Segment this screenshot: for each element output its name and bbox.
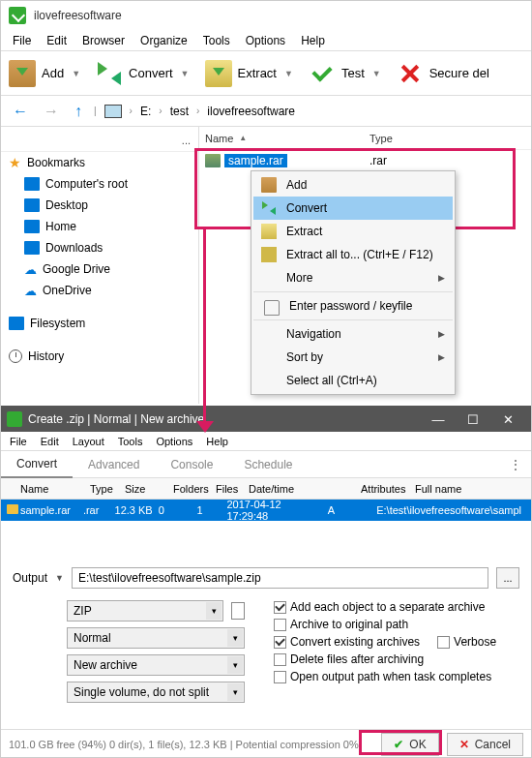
address-bar: ← → ↑ | › E: › test › ilovefreesoftware — [1, 96, 531, 127]
more-menu[interactable]: ⋮ — [500, 452, 531, 477]
chevron-down-icon[interactable]: ▼ — [284, 69, 293, 78]
sidebar-bookmarks[interactable]: ★Bookmarks — [1, 152, 198, 173]
close-button[interactable]: ✕ — [490, 412, 525, 427]
crumb-drive[interactable]: E: — [140, 105, 151, 118]
computer-icon[interactable] — [104, 105, 122, 118]
col-size[interactable]: Size — [125, 483, 173, 495]
chevron-down-icon: ▾ — [227, 656, 243, 674]
tab-convert[interactable]: Convert — [1, 451, 73, 478]
col-fullname[interactable]: Full name — [415, 483, 525, 495]
tab-console[interactable]: Console — [155, 452, 228, 477]
secure-delete-button[interactable]: Secure del — [389, 54, 497, 93]
sidebar-history[interactable]: History — [1, 346, 198, 367]
grid-row[interactable]: sample.rar .rar 12.3 KB 0 1 2017-04-12 1… — [1, 500, 531, 521]
menu-layout[interactable]: Layout — [66, 434, 111, 449]
ctx-sort-by[interactable]: Sort by▶ — [253, 346, 453, 369]
menu-edit[interactable]: Edit — [34, 434, 66, 449]
file-row[interactable]: sample.rar .rar — [199, 150, 531, 171]
chevron-down-icon[interactable]: ▼ — [55, 573, 64, 583]
menu-browser[interactable]: Browser — [74, 31, 133, 50]
page-icon[interactable] — [231, 602, 245, 620]
col-datetime[interactable]: Date/time — [249, 483, 361, 495]
add-button[interactable]: Add▼ — [1, 54, 88, 93]
chk-open-output[interactable]: Open output path when task completes — [274, 670, 519, 683]
extract-icon — [261, 224, 277, 239]
ctx-more[interactable]: More▶ — [253, 266, 453, 289]
chk-separate[interactable]: Add each object to a separate archive — [274, 600, 519, 614]
menu-options[interactable]: Options — [149, 434, 199, 449]
output-path-input[interactable]: E:\test\ilovefreesoftware\sample.zip — [72, 567, 488, 589]
extract-all-icon — [261, 247, 277, 262]
sidebar-item-home[interactable]: Home — [1, 216, 198, 237]
sidebar-item-gdrive[interactable]: ☁Google Drive — [1, 258, 198, 280]
ctx-navigation[interactable]: Navigation▶ — [253, 322, 453, 346]
tab-schedule[interactable]: Schedule — [228, 452, 308, 477]
menu-file[interactable]: File — [5, 31, 39, 50]
menu-edit[interactable]: Edit — [39, 31, 74, 50]
convert-button[interactable]: Convert▼ — [88, 54, 196, 93]
menu-options[interactable]: Options — [238, 31, 293, 50]
menu-help[interactable]: Help — [293, 31, 333, 50]
extract-button[interactable]: Extract▼ — [197, 54, 301, 93]
col-files[interactable]: Files — [216, 483, 249, 495]
chk-convert-existing[interactable]: Convert existing archives — [274, 635, 420, 649]
file-type: .rar — [369, 154, 387, 167]
status-bar: 101.0 GB free (94%) 0 dir(s), 1 file(s),… — [1, 729, 531, 758]
chk-verbose[interactable]: Verbose — [437, 635, 496, 649]
format-select[interactable]: ZIP▾ — [67, 600, 223, 622]
submenu-arrow-icon: ▶ — [438, 352, 445, 362]
sidebar-item-root[interactable]: Computer's root — [1, 173, 198, 195]
col-attributes[interactable]: Attributes — [361, 483, 415, 495]
ctx-extract-all[interactable]: Extract all to... (Ctrl+E / F12) — [253, 243, 453, 266]
tab-advanced[interactable]: Advanced — [73, 452, 155, 477]
add-icon — [9, 60, 36, 87]
crumb-current[interactable]: ilovefreesoftware — [207, 105, 295, 118]
chk-delete-after[interactable]: Delete files after archiving — [274, 652, 519, 666]
maximize-button[interactable]: ☐ — [456, 412, 490, 427]
sidebar-item-desktop[interactable]: Desktop — [1, 195, 198, 216]
sidebar-item-onedrive[interactable]: ☁OneDrive — [1, 280, 198, 301]
ok-button[interactable]: ✔OK — [381, 733, 438, 756]
menu-organize[interactable]: Organize — [133, 31, 195, 50]
col-type[interactable]: Type — [369, 133, 393, 144]
status-text: 101.0 GB free (94%) 0 dir(s), 1 file(s),… — [9, 739, 359, 750]
nav-forward-icon[interactable]: → — [40, 103, 63, 120]
minimize-button[interactable]: — — [421, 412, 456, 427]
ctx-select-all[interactable]: Select all (Ctrl+A) — [253, 369, 453, 392]
sidebar-filesystem[interactable]: Filesystem — [1, 313, 198, 334]
browse-button[interactable]: ... — [496, 567, 519, 589]
chevron-down-icon: ▾ — [227, 683, 243, 701]
chevron-down-icon[interactable]: ▼ — [72, 69, 80, 78]
file-icon — [7, 504, 20, 516]
ctx-add[interactable]: Add — [253, 173, 453, 197]
cancel-button[interactable]: ✕Cancel — [447, 733, 523, 756]
sidebar-item-downloads[interactable]: Downloads — [1, 237, 198, 258]
sidebar-dots[interactable]: ... — [1, 129, 198, 152]
grid-header: Name Type Size Folders Files Date/time A… — [1, 478, 531, 500]
col-name[interactable]: Name — [205, 133, 369, 144]
crumb-folder[interactable]: test — [170, 105, 189, 118]
menu-tools[interactable]: Tools — [195, 31, 238, 50]
context-menu: Add Convert Extract Extract all to... (C… — [251, 170, 456, 395]
col-folders[interactable]: Folders — [173, 483, 216, 495]
menu-file[interactable]: File — [3, 434, 34, 449]
col-name[interactable]: Name — [20, 483, 90, 495]
ctx-enter-password[interactable]: Enter password / keyfile — [253, 294, 453, 318]
ctx-convert[interactable]: Convert — [253, 197, 453, 220]
level-select[interactable]: Normal▾ — [67, 627, 245, 649]
ctx-extract[interactable]: Extract — [253, 220, 453, 243]
split-select[interactable]: Single volume, do not split▾ — [67, 682, 245, 703]
nav-up-icon[interactable]: ↑ — [71, 103, 86, 120]
test-button[interactable]: Test▼ — [301, 54, 389, 93]
app-icon — [9, 7, 26, 24]
app-icon — [7, 411, 22, 427]
col-type[interactable]: Type — [90, 483, 125, 495]
chevron-down-icon[interactable]: ▼ — [181, 69, 190, 78]
mode-select[interactable]: New archive▾ — [67, 654, 245, 676]
menu-help[interactable]: Help — [199, 434, 235, 449]
menu-tools[interactable]: Tools — [111, 434, 150, 449]
nav-back-icon[interactable]: ← — [9, 103, 32, 120]
checkbox-icon — [274, 619, 286, 631]
chevron-down-icon[interactable]: ▼ — [372, 69, 381, 78]
chk-original-path[interactable]: Archive to original path — [274, 618, 519, 631]
